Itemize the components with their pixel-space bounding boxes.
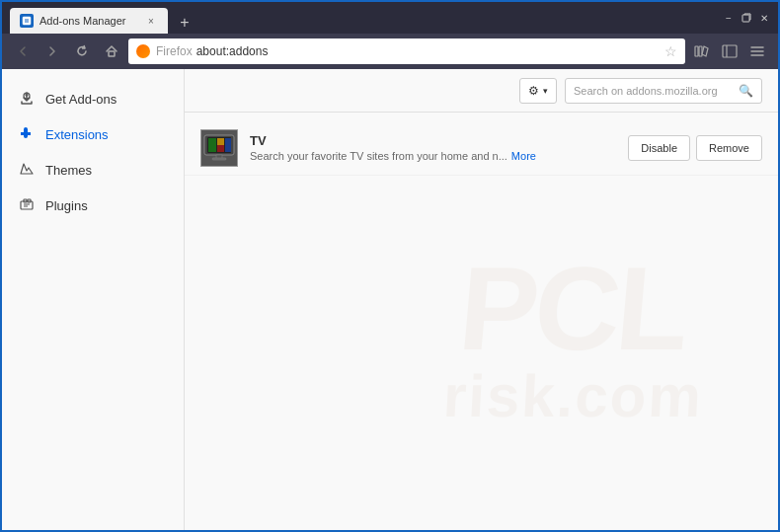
sidebar-item-extensions-label: Extensions: [45, 127, 109, 142]
sidebar-item-extensions[interactable]: Extensions: [2, 116, 184, 152]
sidebar-item-themes[interactable]: Themes: [2, 152, 184, 188]
navigation-bar: Firefox about:addons ☆: [2, 34, 778, 69]
svg-rect-25: [225, 138, 231, 152]
address-bar[interactable]: Firefox about:addons ☆: [128, 38, 685, 64]
addon-list-wrapper: PCL risk.com: [185, 113, 778, 530]
minimize-button[interactable]: −: [723, 12, 735, 24]
gear-dropdown-arrow: ▾: [543, 86, 548, 96]
sidebar-toggle-button[interactable]: [717, 38, 742, 64]
search-placeholder-text: Search on addons.mozilla.org: [574, 85, 718, 97]
get-addons-icon: [18, 90, 36, 108]
nav-right-buttons: [689, 38, 770, 64]
forward-button[interactable]: [39, 38, 65, 64]
disable-button[interactable]: Disable: [628, 135, 690, 161]
tab-close-button[interactable]: ×: [144, 14, 158, 28]
sidebar-item-plugins-label: Plugins: [45, 198, 88, 213]
svg-rect-7: [723, 45, 737, 57]
addon-tv-more-link[interactable]: More: [511, 150, 536, 162]
plugins-icon: [18, 196, 36, 214]
firefox-logo-icon: [136, 44, 150, 58]
addon-tv-name: TV: [250, 133, 616, 148]
addon-search-box[interactable]: Search on addons.mozilla.org 🔍: [565, 78, 762, 104]
svg-rect-3: [742, 15, 749, 22]
svg-rect-6: [699, 46, 702, 56]
extensions-icon: [18, 125, 36, 143]
svg-rect-5: [695, 46, 698, 56]
addon-toolbar: ⚙ ▾ Search on addons.mozilla.org 🔍: [185, 69, 778, 113]
themes-icon: [18, 161, 36, 179]
svg-rect-22: [208, 138, 216, 152]
addon-tv-icon: [200, 129, 238, 167]
address-url: about:addons: [196, 44, 269, 58]
sidebar-item-themes-label: Themes: [45, 163, 92, 178]
svg-rect-24: [217, 145, 224, 152]
table-row: TV Search your favorite TV sites from yo…: [185, 120, 778, 176]
main-content: ⚙ ▾ Search on addons.mozilla.org 🔍 PCL r…: [185, 69, 778, 530]
bookmark-star-icon[interactable]: ☆: [664, 43, 677, 59]
reload-button[interactable]: [69, 38, 95, 64]
menu-button[interactable]: [744, 38, 770, 64]
gear-menu-button[interactable]: ⚙ ▾: [519, 78, 557, 104]
svg-rect-4: [109, 51, 115, 56]
addon-tv-actions: Disable Remove: [628, 135, 762, 161]
gear-icon: ⚙: [528, 84, 539, 98]
sidebar-item-get-addons[interactable]: Get Add-ons: [2, 81, 184, 116]
close-button[interactable]: ✕: [758, 12, 770, 24]
remove-button[interactable]: Remove: [696, 135, 762, 161]
library-button[interactable]: [689, 38, 715, 64]
tab-area: Add-ons Manager × +: [10, 2, 717, 34]
content-area: Get Add-ons Extensions Themes: [2, 69, 778, 530]
addon-tv-info: TV Search your favorite TV sites from yo…: [250, 133, 616, 162]
addon-list: TV Search your favorite TV sites from yo…: [185, 113, 778, 530]
tab-favicon: [20, 14, 34, 28]
svg-rect-23: [217, 138, 224, 145]
address-brand: Firefox: [156, 44, 193, 58]
back-button[interactable]: [10, 38, 36, 64]
sidebar-item-get-addons-label: Get Add-ons: [45, 92, 117, 107]
search-icon: 🔍: [739, 84, 753, 98]
active-tab[interactable]: Add-ons Manager ×: [10, 8, 168, 34]
svg-rect-27: [212, 158, 226, 160]
addon-tv-description: Search your favorite TV sites from your …: [250, 150, 507, 162]
home-button[interactable]: [99, 38, 124, 64]
sidebar: Get Add-ons Extensions Themes: [2, 69, 185, 530]
browser-window: Add-ons Manager × + − ✕: [0, 0, 780, 532]
address-text: Firefox about:addons: [156, 44, 268, 58]
sidebar-item-plugins[interactable]: Plugins: [2, 188, 184, 223]
tab-title: Add-ons Manager: [39, 15, 125, 27]
new-tab-button[interactable]: +: [172, 12, 197, 34]
title-bar: Add-ons Manager × + − ✕: [2, 2, 778, 34]
restore-button[interactable]: [741, 12, 752, 24]
window-controls: − ✕: [723, 12, 770, 24]
svg-rect-0: [23, 17, 31, 25]
